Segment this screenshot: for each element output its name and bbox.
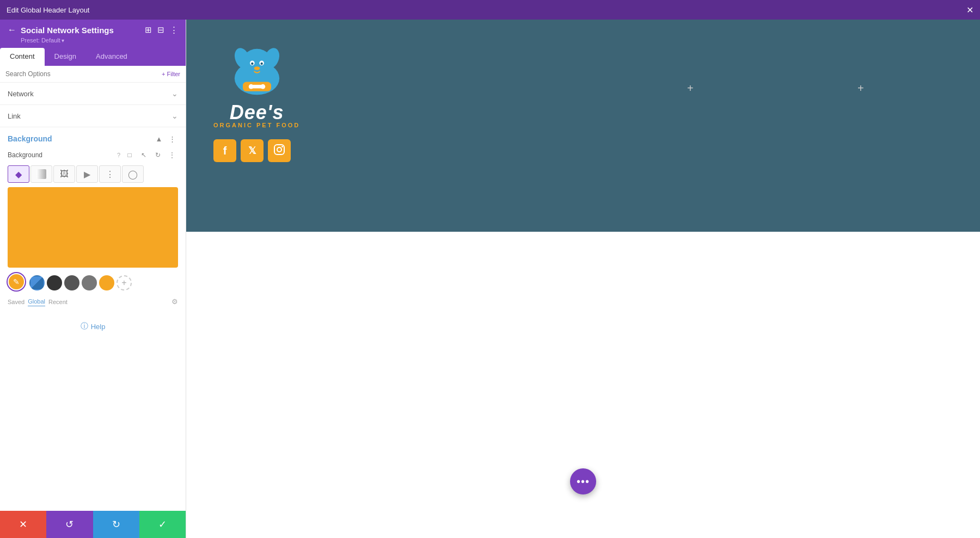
tab-content[interactable]: Content [0, 48, 45, 66]
link-section-header[interactable]: Link ⌄ [0, 105, 186, 127]
undo-button[interactable]: ↺ [46, 511, 93, 538]
header-preview: Dee's ORGANIC PET FOOD f 𝕏 [186, 20, 980, 232]
bg-more-icon[interactable]: ⋮ [166, 149, 178, 161]
color-tab-global[interactable]: Global [28, 297, 45, 306]
bg-icons: □ ↖ ↻ ⋮ [124, 149, 178, 161]
active-color-indicator[interactable]: ✎ [8, 273, 27, 293]
svg-point-7 [251, 63, 253, 65]
logo-icon [213, 36, 300, 107]
link-chevron: ⌄ [171, 112, 178, 120]
help-label: Help [91, 323, 106, 331]
preset-chevron: ▾ [62, 38, 64, 44]
fab-button[interactable]: ••• [570, 468, 596, 494]
redo-button[interactable]: ↻ [93, 511, 139, 538]
tab-design[interactable]: Design [45, 48, 86, 66]
layout-icon-2[interactable]: ⊟ [157, 25, 164, 35]
background-more-icon[interactable]: ⋮ [166, 133, 178, 145]
canvas: Dee's ORGANIC PET FOOD f 𝕏 [186, 20, 980, 538]
sidebar: ← Social Network Settings ⊞ ⊟ ⋮ Preset: … [0, 20, 186, 538]
help-icon: ⓘ [81, 321, 88, 331]
color-swatch-large[interactable] [8, 187, 178, 268]
sidebar-header-icons: ⊞ ⊟ ⋮ [145, 25, 178, 35]
bg-reset-icon[interactable]: ↻ [152, 149, 164, 161]
instagram-icon[interactable] [268, 139, 291, 162]
sidebar-title: Social Network Settings [21, 26, 140, 35]
main-layout: ← Social Network Settings ⊞ ⊟ ⋮ Preset: … [0, 20, 980, 538]
color-tabs: Saved Global Recent ⚙ [8, 297, 178, 306]
bg-type-pattern[interactable]: ⋮ [99, 165, 121, 183]
preset-label[interactable]: Preset: Default [21, 37, 60, 44]
network-label: Network [8, 90, 34, 98]
top-bar-title: Edit Global Header Layout [7, 6, 89, 14]
save-button[interactable]: ✓ [139, 511, 186, 538]
color-circle-1[interactable] [29, 275, 45, 290]
bg-type-tabs: ◆ 🖼 ▶ ⋮ ◯ [8, 165, 178, 183]
more-options-icon[interactable]: ⋮ [170, 25, 178, 35]
network-chevron: ⌄ [171, 89, 178, 98]
help-section[interactable]: ⓘ Help [0, 316, 186, 337]
background-section: Background ▲ ⋮ Background ? □ ↖ ↻ ⋮ [0, 127, 186, 316]
sidebar-search: + Filter [0, 66, 186, 83]
background-title: Background [8, 134, 52, 143]
background-actions: ▲ ⋮ [153, 133, 178, 145]
color-circle-4[interactable] [82, 275, 97, 290]
svg-rect-0 [36, 169, 46, 179]
bg-label: Background [8, 151, 114, 159]
social-icons: f 𝕏 [213, 139, 300, 162]
layout-icon-1[interactable]: ⊞ [145, 25, 152, 35]
add-section-button-1[interactable]: + [687, 82, 694, 95]
color-add-button[interactable]: + [117, 275, 132, 290]
x-twitter-icon[interactable]: 𝕏 [241, 139, 264, 162]
search-input[interactable] [5, 70, 162, 78]
back-button[interactable]: ← [8, 25, 16, 35]
bg-type-mask[interactable]: ◯ [122, 165, 144, 183]
bg-type-color[interactable]: ◆ [8, 165, 29, 183]
facebook-icon[interactable]: f [213, 139, 236, 162]
logo-text-main: Dee's [213, 101, 300, 124]
color-tab-recent[interactable]: Recent [48, 298, 68, 306]
bg-type-gradient[interactable] [30, 165, 52, 183]
color-settings-icon[interactable]: ⚙ [171, 298, 178, 306]
logo-text-sub: ORGANIC PET FOOD [213, 122, 300, 128]
add-section-button-2[interactable]: + [857, 82, 864, 95]
bg-help-icon[interactable]: ? [117, 152, 120, 158]
cancel-button[interactable]: ✕ [0, 511, 46, 538]
tab-advanced[interactable]: Advanced [86, 48, 137, 66]
fab-icon: ••• [577, 475, 590, 488]
svg-point-15 [277, 147, 281, 152]
bg-type-video[interactable]: ▶ [76, 165, 98, 183]
filter-button[interactable]: + Filter [162, 71, 180, 77]
color-circle-2[interactable] [47, 275, 62, 290]
logo-svg [222, 36, 292, 107]
color-circles: ✎ + [8, 273, 178, 293]
sidebar-tabs: Content Design Advanced [0, 48, 186, 66]
close-button[interactable]: ✕ [966, 5, 973, 15]
bg-label-row: Background ? □ ↖ ↻ ⋮ [8, 149, 178, 161]
top-bar: Edit Global Header Layout ✕ [0, 0, 980, 20]
link-label: Link [8, 112, 21, 120]
background-collapse-icon[interactable]: ▲ [153, 133, 165, 145]
svg-point-8 [260, 63, 262, 65]
svg-point-9 [254, 66, 260, 70]
color-tab-saved[interactable]: Saved [8, 298, 24, 306]
bg-arrow-icon[interactable]: ↖ [138, 149, 150, 161]
logo-area: Dee's ORGANIC PET FOOD f 𝕏 [213, 36, 300, 162]
color-circle-3[interactable] [64, 275, 79, 290]
sidebar-header: ← Social Network Settings ⊞ ⊟ ⋮ Preset: … [0, 20, 186, 48]
color-circle-5[interactable] [99, 275, 114, 290]
svg-rect-13 [251, 85, 263, 89]
svg-point-16 [281, 146, 283, 147]
bg-type-image[interactable]: 🖼 [53, 165, 75, 183]
bg-device-icon[interactable]: □ [124, 149, 136, 161]
sidebar-bottom: ✕ ↺ ↻ ✓ [0, 511, 186, 538]
network-section-header[interactable]: Network ⌄ [0, 83, 186, 105]
sidebar-content: Network ⌄ Link ⌄ Background ▲ ⋮ [0, 83, 186, 511]
